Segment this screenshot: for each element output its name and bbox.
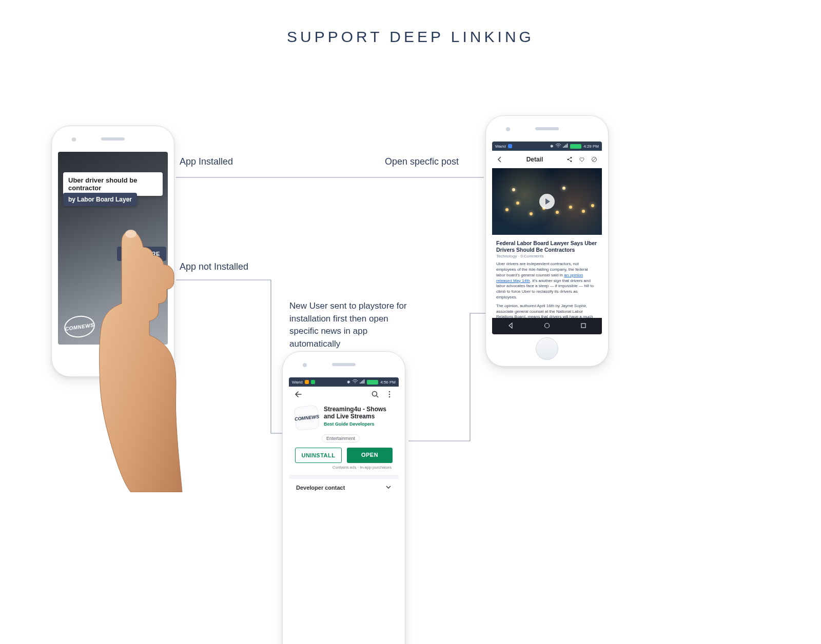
developer-contact-row[interactable]: Developer contact: [289, 479, 399, 496]
status-vibrate-icon: ✱: [550, 144, 554, 149]
svg-point-8: [389, 391, 390, 393]
status-time: 4:56 PM: [380, 380, 396, 385]
share-icon[interactable]: [566, 156, 573, 163]
search-icon[interactable]: [371, 390, 379, 400]
phone-detail: Warid ✱ 4:29 PM Detail: [485, 115, 609, 367]
status-bar: Warid ✱ 4:56 PM: [289, 377, 399, 387]
phone-camera-dot: [72, 137, 76, 142]
uninstall-button[interactable]: UNINSTALL: [295, 448, 342, 463]
page-title: SUPPORT DEEP LINKING: [0, 28, 821, 46]
connector-installed: [176, 177, 489, 182]
phone-playstore-screen: Warid ✱ 4:56 PM: [289, 377, 399, 644]
app-icon: COMNEWS: [294, 405, 320, 431]
playstore-note: Contains ads · In-app purchases: [289, 465, 399, 475]
status-battery-icon: [367, 380, 378, 385]
status-vibrate-icon: ✱: [347, 380, 350, 385]
status-time: 4:29 PM: [583, 144, 599, 149]
phone-detail-screen: Warid ✱ 4:29 PM Detail: [492, 142, 602, 334]
playstore-actions: UNINSTALL OPEN: [289, 442, 399, 465]
back-icon[interactable]: [294, 390, 302, 400]
phone-story-screen: Uber driver should be contractor by Labo…: [58, 152, 168, 345]
back-icon[interactable]: [496, 156, 503, 163]
status-carrier: Warid: [495, 144, 506, 149]
heart-icon[interactable]: [578, 156, 585, 163]
status-wifi-icon: [353, 379, 358, 385]
status-battery-icon: [570, 144, 581, 149]
detail-title: Detail: [526, 156, 543, 163]
label-app-installed: App Installed: [180, 156, 233, 167]
label-open-post: Open specfic post: [385, 156, 459, 167]
nav-back-icon[interactable]: [507, 322, 514, 331]
playstore-app-header: COMNEWS Streaming4u - Shows and Live Str…: [289, 404, 399, 433]
phone-speaker: [332, 363, 356, 366]
nav-recents-icon[interactable]: [580, 322, 587, 331]
brand-badge: COMNEWS: [63, 314, 96, 339]
article-paragraph: Uber drivers are independent contractors…: [496, 261, 598, 300]
phone-speaker: [101, 137, 125, 140]
app-category-chip[interactable]: Entertainment: [322, 434, 360, 442]
playstore-topbar: [289, 387, 399, 404]
article-meta: Technology · 0 Comments: [496, 254, 598, 258]
phone-playstore: Warid ✱ 4:56 PM: [282, 351, 405, 644]
play-icon[interactable]: [539, 194, 555, 209]
nav-home-icon[interactable]: [543, 322, 551, 331]
more-icon[interactable]: [385, 390, 394, 400]
status-wifi-icon: [556, 144, 561, 149]
svg-point-7: [373, 392, 377, 396]
home-button[interactable]: [102, 348, 124, 370]
phone-camera-dot: [303, 363, 307, 367]
article-hero: [492, 168, 602, 235]
developer-contact-label: Developer contact: [296, 485, 345, 491]
svg-point-10: [389, 396, 390, 398]
phone-story: Uber driver should be contractor by Labo…: [51, 126, 174, 377]
article-title: Federal Labor Board Lawyer Says Uber Dri…: [496, 240, 598, 253]
chevron-down-icon: [385, 484, 392, 491]
phone-speaker: [535, 127, 559, 130]
connector-playstore-to-detail: [408, 313, 485, 446]
open-button[interactable]: OPEN: [347, 448, 393, 463]
block-icon[interactable]: [591, 156, 598, 163]
label-app-not-installed: App not Installed: [180, 261, 248, 272]
status-notif-icon: [508, 144, 512, 148]
status-notif-icon: [305, 380, 309, 384]
status-notif-icon: [311, 380, 315, 384]
phone-camera-dot: [506, 127, 510, 131]
app-developer[interactable]: Best Guide Developers: [324, 421, 393, 427]
android-navbar: [492, 318, 602, 334]
status-signal-icon: [360, 379, 365, 385]
status-bar: Warid ✱ 4:29 PM: [492, 142, 602, 151]
detail-topbar: Detail: [492, 151, 602, 168]
svg-rect-6: [581, 324, 585, 328]
svg-point-9: [389, 394, 390, 395]
status-carrier: Warid: [292, 380, 303, 385]
home-button[interactable]: [536, 337, 558, 360]
divider: [289, 475, 399, 479]
svg-point-5: [544, 323, 549, 328]
story-subhead: by Labor Board Layer: [63, 193, 137, 206]
app-name: Streaming4u - Shows and Live Streams: [324, 406, 393, 420]
status-signal-icon: [563, 144, 568, 149]
read-more-button[interactable]: READ MORE: [117, 247, 166, 261]
